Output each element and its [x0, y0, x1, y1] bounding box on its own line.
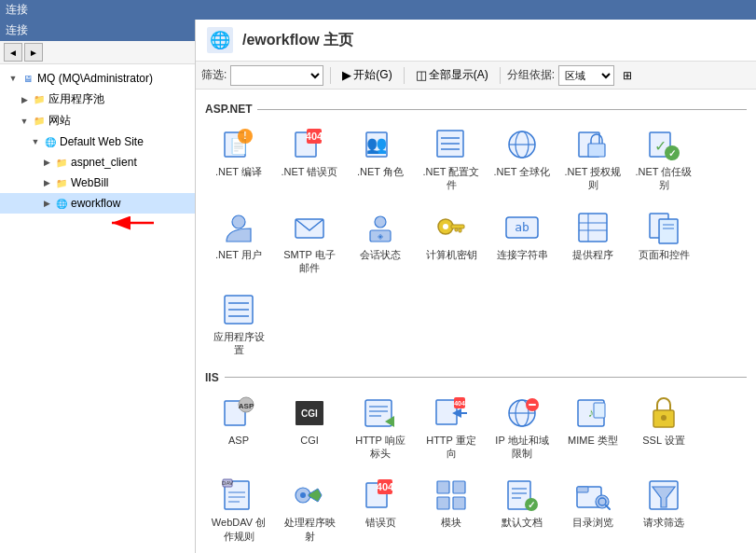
net-compile-label: .NET 编译	[215, 165, 262, 178]
expand-webbill[interactable]: ▶	[41, 177, 52, 188]
icon-request-filter[interactable]: 请求筛选	[630, 470, 697, 549]
group-select[interactable]: 区域	[558, 65, 614, 86]
svg-point-32	[443, 224, 448, 229]
tree-item-sites[interactable]: ▼ 📁 网站	[0, 110, 195, 131]
svg-point-26	[232, 215, 245, 228]
svg-rect-35	[455, 228, 458, 231]
expand-aspnet-client[interactable]: ▶	[41, 157, 52, 168]
svg-text:ASP: ASP	[239, 402, 254, 410]
tree-label-sites: 网站	[48, 113, 71, 129]
aspnet-icon-grid: 📄 ! .NET 编译 404	[205, 119, 747, 364]
icon-default-doc[interactable]: ✓ 默认文档	[488, 470, 556, 549]
icon-net-auth[interactable]: .NET 授权规则	[559, 119, 626, 199]
icon-net-user[interactable]: .NET 用户	[205, 202, 272, 282]
btn-start-label: 开始(G)	[353, 67, 392, 83]
http-redirect-label: HTTP 重定向	[422, 434, 480, 461]
icon-net-compile[interactable]: 📄 ! .NET 编译	[205, 119, 272, 199]
net-user-icon	[220, 209, 257, 246]
http-response-icon	[362, 394, 399, 432]
net-role-label: .NET 角色	[357, 165, 404, 178]
icon-http-response[interactable]: HTTP 响应标头	[347, 388, 414, 467]
ip-domain-icon	[503, 394, 541, 432]
icon-session[interactable]: ◈ 会话状态	[347, 202, 414, 282]
expand-apppool[interactable]: ▶	[19, 94, 30, 105]
expand-default[interactable]: ▼	[30, 136, 41, 147]
icon-cgi[interactable]: CGI CGI	[276, 388, 343, 467]
view-btn[interactable]: ⊞	[618, 66, 637, 85]
icon-error-page[interactable]: 404 错误页	[347, 470, 414, 549]
net-auth-icon	[574, 126, 612, 163]
tree-item-mq[interactable]: ▼ 🖥 MQ (MQ\Administrator)	[0, 68, 195, 89]
svg-rect-33	[451, 225, 464, 228]
net-error-label: .NET 错误页	[282, 165, 338, 178]
expand-eworkflow[interactable]: ▶	[41, 198, 52, 209]
expand-mq[interactable]: ▼	[7, 73, 19, 84]
tree-item-webbill[interactable]: ▶ 📁 WebBill	[0, 173, 195, 193]
svg-point-80	[300, 492, 306, 498]
connection-string-icon: ab	[503, 209, 541, 246]
tree-item-default[interactable]: ▼ 🌐 Default Web Site	[0, 131, 195, 152]
icon-webdav[interactable]: DAV WebDAV 创作规则	[205, 470, 272, 549]
tree-item-eworkflow[interactable]: ▶ 🌐 eworkflow	[0, 193, 195, 214]
svg-rect-86	[437, 497, 449, 509]
icon-asp[interactable]: ASP ASP	[205, 388, 272, 467]
ssl-label: SSL 设置	[642, 434, 684, 447]
icon-handler[interactable]: 处理程序映射	[276, 470, 343, 549]
error-page-label: 错误页	[365, 516, 396, 529]
cgi-label: CGI	[300, 434, 319, 447]
svg-text:!: !	[243, 131, 246, 141]
icon-machine-key[interactable]: 计算机密钥	[418, 202, 485, 282]
svg-text:👥: 👥	[366, 134, 388, 155]
svg-text:✓: ✓	[654, 138, 667, 154]
icon-net-role[interactable]: 👥 .NET 角色	[347, 119, 414, 199]
icon-smtp[interactable]: SMTP 电子邮件	[276, 202, 343, 282]
pages-controls-icon	[645, 209, 682, 246]
icon-modules[interactable]: 模块	[418, 470, 485, 549]
svg-text:404: 404	[454, 400, 465, 407]
net-role-icon: 👥	[362, 126, 399, 163]
svg-line-98	[606, 505, 610, 509]
left-header-label: 连接	[6, 23, 28, 36]
tree-item-apppool[interactable]: ▶ 📁 应用程序池	[0, 89, 195, 110]
tree-label-apppool: 应用程序池	[48, 91, 104, 107]
btn-show-all-label: 全部显示(A)	[429, 67, 488, 83]
icon-pages-controls[interactable]: 页面和控件	[630, 202, 697, 282]
machine-key-icon	[433, 209, 470, 246]
icon-app-settings[interactable]: 应用程序设置	[205, 284, 272, 364]
aspnet-line	[257, 109, 747, 110]
left-toolbar-btn1[interactable]: ◄	[4, 43, 22, 62]
connection-string-label: 连接字符串	[497, 248, 548, 261]
svg-text:ab: ab	[515, 220, 529, 234]
group-label: 分组依据:	[507, 67, 555, 83]
svg-rect-43	[659, 219, 678, 243]
net-trust-icon: ✓ ✓	[645, 126, 682, 163]
icon-mime[interactable]: ♪ MIME 类型	[559, 388, 626, 467]
expand-sites[interactable]: ▼	[19, 116, 30, 127]
folder-icon: 📁	[54, 155, 69, 170]
icon-ssl[interactable]: SSL 设置	[630, 388, 697, 467]
dir-browse-label: 目录浏览	[572, 516, 613, 529]
icon-net-trust[interactable]: ✓ ✓ .NET 信任级别	[630, 119, 697, 199]
icon-connection-string[interactable]: ab 连接字符串	[488, 202, 556, 282]
toolbar-sep3	[500, 67, 501, 84]
icon-dir-browse[interactable]: 目录浏览	[559, 470, 626, 549]
net-config-label: .NET 配置文件	[422, 165, 480, 192]
http-redirect-icon: 404	[433, 394, 470, 432]
svg-text:DAV: DAV	[222, 480, 233, 486]
btn-show-all[interactable]: ◫ 全部显示(A)	[411, 64, 493, 86]
left-toolbar-btn2[interactable]: ►	[24, 43, 43, 62]
filter-select[interactable]	[230, 65, 323, 86]
icon-ip-domain[interactable]: IP 地址和域限制	[488, 388, 556, 467]
icon-net-config[interactable]: .NET 配置文件	[418, 119, 485, 199]
tree-item-aspnet-client[interactable]: ▶ 📁 aspnet_client	[0, 152, 195, 173]
icon-providers[interactable]: 提供程序	[559, 202, 626, 282]
icon-http-redirect[interactable]: 404 HTTP 重定向	[418, 388, 485, 467]
asp-icon: ASP	[220, 394, 257, 432]
icon-net-error[interactable]: 404 .NET 错误页	[276, 119, 343, 199]
globe-icon: 🌐	[54, 196, 69, 211]
icon-net-global[interactable]: .NET 全球化	[488, 119, 556, 199]
main-layout: 连接 ◄ ► ▼ 🖥 MQ (MQ\Administrator) ▶	[0, 20, 756, 553]
btn-start[interactable]: ▶ 开始(G)	[337, 64, 396, 86]
svg-rect-34	[459, 228, 461, 232]
svg-text:♪: ♪	[588, 406, 595, 420]
